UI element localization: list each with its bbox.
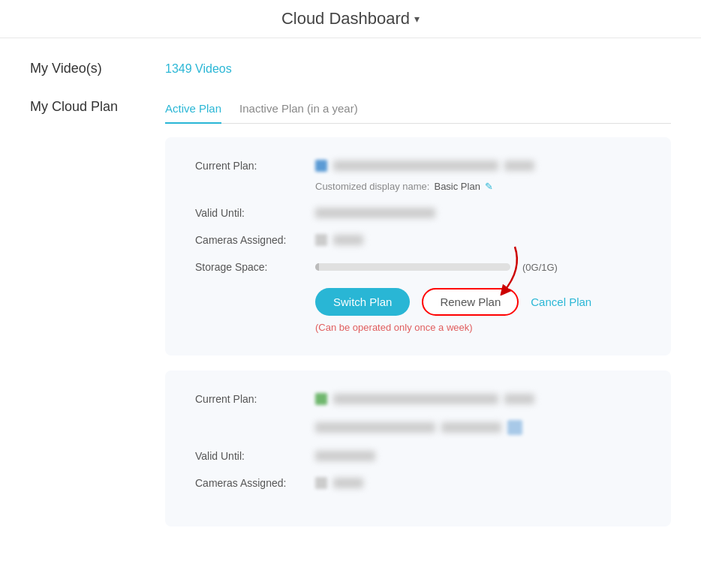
card2-extra-icon	[507, 420, 522, 435]
card2-cameras-label: Cameras Assigned:	[195, 477, 315, 489]
valid-until-blurred	[315, 208, 435, 218]
card2-valid-until-label: Valid Until:	[195, 450, 315, 462]
cameras-value	[315, 234, 641, 246]
card2-cameras-value	[315, 477, 641, 489]
current-plan-label: Current Plan:	[195, 160, 315, 172]
cancel-plan-button[interactable]: Cancel Plan	[531, 296, 591, 308]
my-videos-section: My Video(s) 1349 Videos	[30, 61, 671, 76]
tab-inactive-plan[interactable]: Inactive Plan (in a year)	[239, 98, 358, 124]
valid-until-value	[315, 208, 641, 218]
cameras-blurred	[333, 235, 363, 245]
header: Cloud Dashboard ▾	[0, 0, 701, 38]
storage-field: Storage Space: (0G/1G)	[195, 261, 641, 273]
card2-current-plan-field: Current Plan:	[195, 393, 641, 405]
my-videos-label: My Video(s)	[30, 61, 165, 76]
display-name-value: Basic Plan	[434, 181, 480, 192]
card2-valid-until-value	[315, 451, 641, 461]
cloud-plan-label: My Cloud Plan	[30, 98, 165, 115]
display-name-label: Customized display name:	[315, 181, 429, 192]
storage-label: Storage Space:	[195, 261, 315, 273]
main-content: My Video(s) 1349 Videos My Cloud Plan Ac…	[0, 38, 701, 549]
edit-icon[interactable]: ✎	[485, 181, 493, 192]
plan-color-indicator	[315, 160, 327, 172]
card2-plan-extra-blurred	[504, 394, 534, 404]
card2-valid-until-field: Valid Until:	[195, 450, 641, 462]
my-cloud-plan-section: My Cloud Plan Active Plan Inactive Plan …	[30, 98, 671, 526]
action-buttons-row: Switch Plan Renew Plan	[315, 288, 641, 316]
card2-camera-indicator	[315, 477, 327, 489]
cloud-plan-content: Active Plan Inactive Plan (in a year) Cu…	[165, 98, 671, 526]
current-plan-field: Current Plan:	[195, 160, 641, 172]
cameras-field: Cameras Assigned:	[195, 234, 641, 246]
once-a-week-notice: (Can be operated only once a week)	[315, 322, 641, 333]
storage-value: (0G/1G)	[315, 262, 641, 273]
card2-valid-blurred	[315, 451, 375, 461]
chevron-down-icon[interactable]: ▾	[414, 13, 420, 25]
second-plan-card: Current Plan: Valid Until:	[165, 370, 671, 526]
plan-tabs: Active Plan Inactive Plan (in a year)	[165, 98, 671, 124]
card2-extra-bar1	[315, 422, 435, 433]
plan-extra-blurred	[504, 160, 534, 171]
cameras-label: Cameras Assigned:	[195, 234, 315, 246]
storage-bar-container	[315, 263, 510, 271]
card2-cameras-blurred	[333, 478, 363, 488]
switch-plan-button[interactable]: Switch Plan	[315, 288, 410, 316]
card2-extra-row	[315, 420, 641, 435]
card2-extra-bar2	[441, 422, 501, 433]
storage-text: (0G/1G)	[522, 262, 558, 273]
current-plan-value	[315, 160, 641, 172]
card2-plan-indicator	[315, 393, 327, 405]
card2-plan-name-blurred	[333, 394, 498, 404]
video-count-link[interactable]: 1349 Videos	[165, 62, 232, 76]
valid-until-field: Valid Until:	[195, 207, 641, 219]
display-name-row: Customized display name: Basic Plan ✎	[315, 181, 641, 192]
card2-current-plan-value	[315, 393, 641, 405]
active-plan-card: Current Plan: Customized display name: B…	[165, 137, 671, 356]
renew-plan-wrapper: Renew Plan	[422, 288, 519, 316]
card2-cameras-field: Cameras Assigned:	[195, 477, 641, 489]
camera-indicator	[315, 234, 327, 246]
plan-name-blurred	[333, 160, 498, 171]
storage-bar-fill	[315, 263, 319, 271]
tab-active-plan[interactable]: Active Plan	[165, 98, 221, 124]
card2-current-plan-label: Current Plan:	[195, 393, 315, 405]
valid-until-label: Valid Until:	[195, 207, 315, 219]
renew-plan-button[interactable]: Renew Plan	[422, 288, 519, 316]
header-title: Cloud Dashboard	[281, 9, 410, 28]
